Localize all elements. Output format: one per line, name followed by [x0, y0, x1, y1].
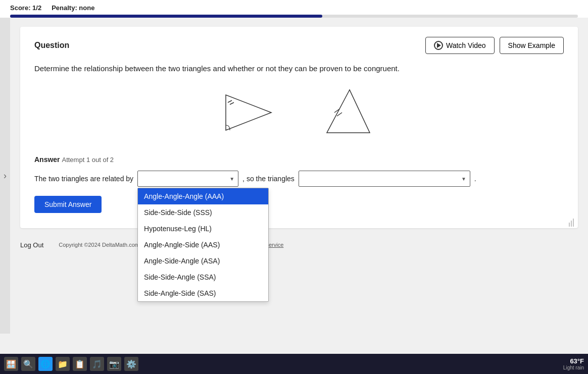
play-icon [434, 41, 443, 50]
svg-marker-0 [226, 95, 271, 130]
penalty-label: Penalty: none [52, 4, 94, 12]
weather-temp: 63°F [570, 357, 584, 365]
svg-line-2 [230, 102, 234, 104]
taskbar-app3-icon[interactable]: 📷 [107, 357, 121, 371]
taskbar-start-icon[interactable]: 🪟 [4, 357, 18, 371]
congruent-select-wrapper: ▼ [299, 171, 470, 187]
so-triangles-text: , so the triangles [242, 171, 295, 187]
question-header: Question Watch Video Show Example [34, 37, 564, 54]
question-text: Determine the relationship between the t… [34, 63, 564, 75]
svg-line-1 [228, 100, 232, 102]
answer-header: Answer Attempt 1 out of 2 [34, 155, 564, 164]
score-label: Score: 1/2 [10, 4, 41, 12]
dropdown-item-sas[interactable]: Side-Angle-Side (SAS) [138, 285, 268, 301]
weather-desc: Light rain [563, 365, 584, 370]
triangle-area [34, 85, 564, 140]
triangle-left [221, 87, 281, 138]
play-triangle-icon [437, 43, 441, 48]
submit-answer-button[interactable]: Submit Answer [34, 196, 102, 213]
sidebar-collapse-arrow[interactable]: › [4, 171, 7, 181]
header-buttons: Watch Video Show Example [425, 37, 564, 54]
triangle-right [322, 85, 377, 140]
dropdown-item-asa[interactable]: Angle-Side-Angle (ASA) [138, 253, 268, 269]
taskbar-search-icon[interactable]: 🔍 [21, 357, 35, 371]
left-sidebar: › [0, 18, 10, 334]
submit-label: Submit Answer [44, 200, 91, 208]
attempt-label: Attempt 1 out of 2 [62, 156, 114, 164]
show-example-button[interactable]: Show Example [500, 37, 564, 54]
answer-strong-label: Answer [34, 155, 60, 164]
dropdown-item-hl[interactable]: Hypotenuse-Leg (HL) [138, 221, 268, 237]
svg-marker-3 [327, 90, 370, 133]
log-out-link[interactable]: Log Out [20, 241, 43, 249]
show-example-label: Show Example [508, 41, 555, 49]
watch-video-button[interactable]: Watch Video [425, 37, 495, 54]
footer: Log Out Copyright ©2024 DeltaMath.com Al… [10, 237, 588, 253]
dropdown-open: Angle-Angle-Angle (AAA) Side-Side-Side (… [137, 188, 269, 302]
relationship-select-wrapper: ▼ Angle-Angle-Angle (AAA) Side-Side-Side… [137, 171, 238, 187]
question-panel: Question Watch Video Show Example [20, 27, 578, 228]
taskbar-browser-icon[interactable]: 🌐 [38, 357, 53, 371]
watch-video-label: Watch Video [446, 41, 486, 49]
svg-rect-8 [569, 223, 570, 227]
answer-row-text1: The two triangles are related by [34, 171, 133, 187]
congruent-select[interactable] [299, 171, 470, 187]
svg-line-5 [337, 113, 342, 116]
svg-rect-7 [571, 221, 572, 227]
taskbar: 🪟 🔍 🌐 📁 📋 🎵 📷 ⚙️ 63°F Light rain [0, 354, 588, 374]
taskbar-app2-icon[interactable]: 🎵 [90, 357, 104, 371]
answer-section: Answer Attempt 1 out of 2 The two triang… [34, 155, 564, 213]
taskbar-app4-icon[interactable]: ⚙️ [124, 357, 138, 371]
relationship-select[interactable] [137, 171, 238, 187]
dropdown-item-aaa[interactable]: Angle-Angle-Angle (AAA) [138, 188, 268, 204]
resize-handle-icon[interactable] [568, 219, 576, 227]
dropdown-item-sss[interactable]: Side-Side-Side (SSS) [138, 204, 268, 221]
dropdown-item-aas[interactable]: Angle-Angle-Side (AAS) [138, 237, 268, 253]
taskbar-weather: 63°F Light rain [563, 357, 584, 370]
svg-rect-6 [573, 219, 574, 227]
answer-row: The two triangles are related by ▼ Angle… [34, 171, 564, 187]
taskbar-app1-icon[interactable]: 📋 [73, 357, 87, 371]
dropdown-item-ssa[interactable]: Side-Side-Angle (SSA) [138, 269, 268, 285]
question-label: Question [34, 41, 69, 50]
taskbar-folder-icon[interactable]: 📁 [56, 357, 70, 371]
